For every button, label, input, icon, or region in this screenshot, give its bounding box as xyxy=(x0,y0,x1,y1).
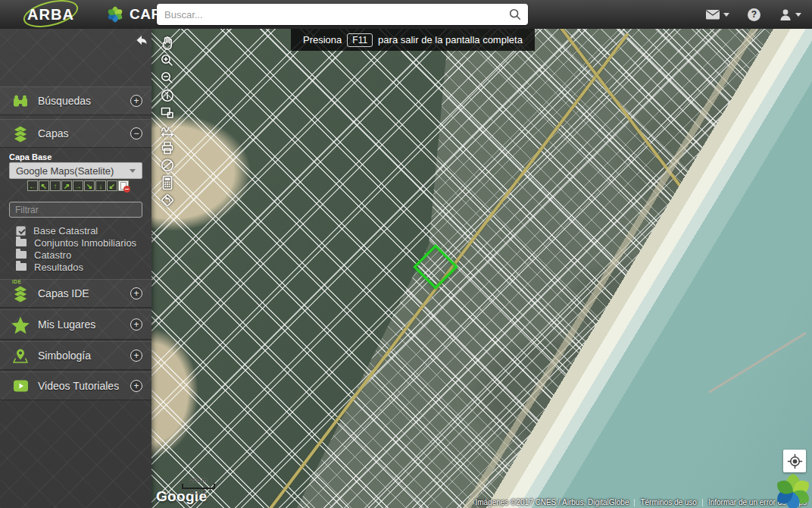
section-label: Simbología xyxy=(38,350,91,362)
calculator-tool-icon[interactable] xyxy=(159,174,176,191)
base-layer-select[interactable]: Google Maps(Satelite) xyxy=(9,162,142,179)
sidebar-section-busquedas[interactable]: Búsquedas + xyxy=(0,86,151,115)
map-canvas[interactable]: Presiona F11 para salir de la pantalla c… xyxy=(151,29,812,508)
crosshair-icon xyxy=(787,453,803,469)
folder-icon xyxy=(16,251,27,259)
map-toolbar xyxy=(159,35,176,209)
envelope-icon xyxy=(705,8,720,20)
layer-item-conjuntos-inmobiliarios[interactable]: Conjuntos Inmobiliarios xyxy=(9,237,145,249)
layer-item-resultados[interactable]: Resultados xyxy=(9,261,145,273)
expand-button[interactable]: + xyxy=(130,95,142,107)
previous-view-tool-icon[interactable] xyxy=(159,192,176,209)
fullscreen-toast: Presiona F11 para salir de la pantalla c… xyxy=(291,29,535,51)
user-menu[interactable] xyxy=(779,8,801,21)
select-area-tool-icon[interactable] xyxy=(159,105,176,121)
map-pin-icon xyxy=(9,348,32,364)
arba-carto-app: ARBA CARTO xyxy=(0,0,812,508)
sidebar-section-capas-ide[interactable]: IDE Capas IDE + xyxy=(0,279,151,308)
messages-menu[interactable] xyxy=(705,8,729,20)
map-attribution: Imágenes ©2017 CNES / Airbus, DigitalGlo… xyxy=(470,497,812,508)
terms-link[interactable]: Términos de uso xyxy=(635,498,701,506)
layer-item-catastro[interactable]: Catastro xyxy=(9,249,145,261)
sidebar-collapse-button[interactable] xyxy=(135,35,147,49)
scale-bar xyxy=(182,484,215,489)
toast-text: Presiona xyxy=(303,34,342,45)
pan-right-button[interactable]: → xyxy=(73,180,83,191)
pan-up-left-button[interactable]: ↖ xyxy=(39,180,49,191)
arba-logo-text: ARBA xyxy=(27,6,74,24)
layers-icon xyxy=(9,124,32,143)
folder-icon xyxy=(16,239,27,246)
zoom-in-tool-icon[interactable] xyxy=(159,52,176,69)
pan-tool-icon[interactable] xyxy=(159,35,176,52)
remove-badge-icon xyxy=(123,186,130,193)
help-icon: ? xyxy=(748,8,760,21)
pan-down-left-button[interactable]: ↙ xyxy=(107,180,117,191)
my-location-button[interactable] xyxy=(783,450,806,472)
pan-down-right-button[interactable]: ↘ xyxy=(84,180,95,191)
info-tool-icon[interactable] xyxy=(159,87,176,104)
layer-filter-input[interactable] xyxy=(9,202,142,218)
chevron-down-icon xyxy=(723,13,729,17)
header-actions: ? xyxy=(705,0,801,29)
pan-arrow-buttons: ← ↖ ↑ ↗ → ↘ ↓ ↙ xyxy=(27,180,129,191)
expand-button[interactable]: + xyxy=(130,350,142,362)
scale-metric-label: 200 m xyxy=(182,477,215,484)
chevron-down-icon xyxy=(130,169,136,173)
search-bar xyxy=(157,4,528,25)
section-label: Videos Tutoriales xyxy=(38,380,119,392)
expand-button[interactable]: + xyxy=(130,380,142,392)
base-layer-value: Google Maps(Satelite) xyxy=(16,165,130,177)
zoom-out-tool-icon[interactable] xyxy=(159,70,176,86)
folder-icon xyxy=(16,263,27,271)
layer-item-base-catastral[interactable]: Base Catastral xyxy=(9,224,145,237)
search-icon xyxy=(508,8,522,21)
measure-tool-icon[interactable] xyxy=(159,122,176,139)
toast-text: para salir de la pantalla completa xyxy=(378,34,523,45)
sidebar: Búsquedas + Capas − Capa Base Google Map… xyxy=(0,29,151,508)
pan-up-button[interactable]: ↑ xyxy=(50,180,61,191)
expand-button[interactable]: + xyxy=(130,287,142,299)
binoculars-icon xyxy=(9,93,32,108)
pan-down-button[interactable]: ↓ xyxy=(95,180,106,191)
user-icon xyxy=(779,8,792,21)
clear-selection-button[interactable] xyxy=(118,180,129,191)
clear-tool-icon[interactable] xyxy=(159,157,176,174)
section-label: Mis Lugares xyxy=(38,318,95,331)
sidebar-section-videos-tutoriales[interactable]: Videos Tutoriales + xyxy=(0,372,151,400)
capa-base-label: Capa Base xyxy=(9,152,52,161)
search-input[interactable] xyxy=(157,9,502,20)
collapse-button[interactable]: − xyxy=(130,127,142,140)
sidebar-section-simbologia[interactable]: Simbología + xyxy=(0,341,151,370)
map-scale: 200 m 500 ft xyxy=(182,477,215,496)
layers-ide-icon: IDE xyxy=(9,284,32,303)
carto-globe-icon xyxy=(106,5,124,24)
sidebar-section-capas[interactable]: Capas − xyxy=(0,119,151,148)
section-label: Capas xyxy=(38,127,68,140)
sidebar-section-mis-lugares[interactable]: Mis Lugares + xyxy=(0,309,151,340)
ocean-and-beach xyxy=(151,29,812,508)
search-button[interactable] xyxy=(502,4,528,25)
pan-left-button[interactable]: ← xyxy=(27,180,38,191)
chevron-down-icon xyxy=(795,13,801,17)
arrow-left-icon xyxy=(135,35,147,45)
carto-globe-watermark-icon xyxy=(773,472,812,508)
top-bar: ARBA CARTO xyxy=(0,0,812,29)
layer-tree: Base Catastral Conjuntos Inmobiliarios C… xyxy=(9,224,145,273)
scale-imperial-label: 500 ft xyxy=(182,489,215,496)
f11-key-badge: F11 xyxy=(347,33,373,47)
star-icon xyxy=(9,315,32,334)
print-tool-icon[interactable] xyxy=(159,140,176,156)
expand-button[interactable]: + xyxy=(130,318,142,331)
arba-logo[interactable]: ARBA xyxy=(21,3,80,26)
help-button[interactable]: ? xyxy=(748,8,760,21)
imagery-credit: Imágenes ©2017 CNES / Airbus, DigitalGlo… xyxy=(470,498,634,506)
play-video-icon xyxy=(9,378,32,394)
checkbox-checked-icon[interactable] xyxy=(16,226,26,236)
section-label: Capas IDE xyxy=(38,287,89,299)
pan-up-right-button[interactable]: ↗ xyxy=(61,180,72,191)
section-label: Búsquedas xyxy=(38,95,91,107)
